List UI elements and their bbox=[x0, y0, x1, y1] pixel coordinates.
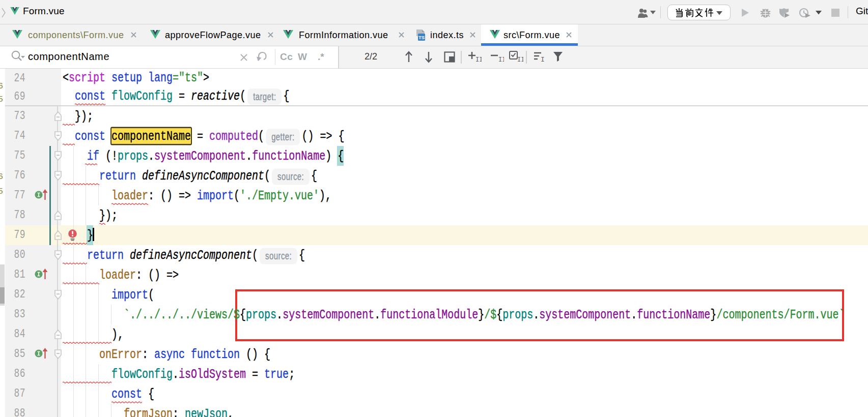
svg-text:I: I bbox=[541, 56, 545, 63]
svg-text:II: II bbox=[498, 56, 504, 63]
svg-text:II: II bbox=[475, 56, 482, 63]
svg-text:II: II bbox=[517, 56, 523, 63]
svg-text:TS: TS bbox=[418, 35, 425, 40]
